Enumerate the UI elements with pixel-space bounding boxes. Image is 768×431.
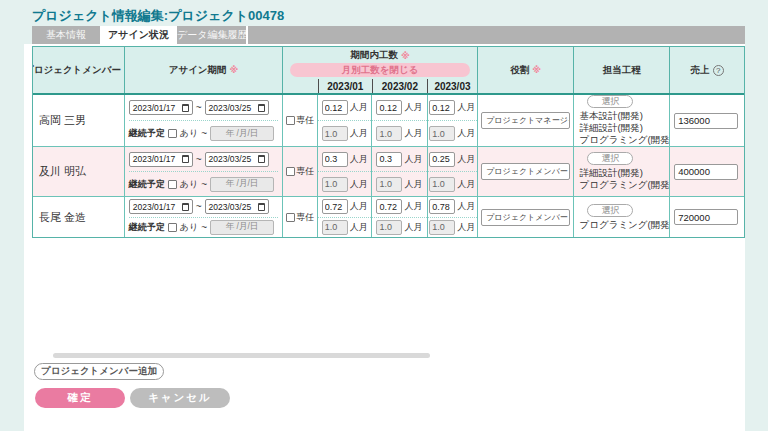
process-item: 詳細設計(開発) xyxy=(579,122,664,134)
role-cell: プロジェクトマネージャー▼ xyxy=(478,95,575,146)
tab-basic-info[interactable]: 基本情報 xyxy=(32,26,100,44)
continue-date-input: 年 /月/日 xyxy=(210,220,274,235)
header-period: アサイン期間※ xyxy=(125,47,284,93)
sales-input[interactable] xyxy=(674,113,738,129)
dedicated-label: 専任 xyxy=(296,114,314,127)
capacity-input xyxy=(322,220,348,235)
required-icon: ※ xyxy=(230,65,239,75)
member-name: 高岡 三男 xyxy=(33,95,125,146)
role-cell: プロジェクトメンバー▼ xyxy=(478,197,575,237)
role-cell: プロジェクトメンバー▼ xyxy=(478,147,575,196)
effort-input[interactable] xyxy=(322,100,348,115)
process-item: プログラミング(開発) xyxy=(579,134,664,146)
required-icon: ※ xyxy=(401,51,410,61)
sales-cell xyxy=(670,197,744,237)
calendar-icon[interactable] xyxy=(258,104,265,112)
calendar-icon[interactable] xyxy=(182,155,189,163)
add-member-button[interactable]: プロジェクトメンバー追加 xyxy=(34,363,164,380)
subheader-month-3: 2023/03 xyxy=(427,79,477,93)
cancel-button[interactable]: キャンセル xyxy=(130,388,230,408)
assign-period-cell: 2023/01/17 ~ 2023/03/25 継続予定 あり ~ 年 /月/日 xyxy=(125,95,284,146)
role-select[interactable]: プロジェクトメンバー▼ xyxy=(481,209,570,226)
effort-cell-month-3: 人月 人月 xyxy=(428,147,478,196)
effort-input[interactable] xyxy=(322,199,348,214)
dedicated-cell: 専任 xyxy=(283,147,318,196)
effort-input[interactable] xyxy=(376,199,402,214)
continue-checkbox-label: あり xyxy=(180,178,198,191)
effort-input[interactable] xyxy=(376,100,402,115)
process-item: プログラミング(開発) xyxy=(579,179,664,191)
process-select-button[interactable]: 選択 xyxy=(587,204,633,217)
dedicated-cell: 専任 xyxy=(283,95,318,146)
continue-label: 継続予定 xyxy=(129,221,165,234)
table-row: 長尾 金造 2023/01/17 ~ 2023/03/25 継続予定 あり ~ … xyxy=(33,197,744,237)
end-date-input[interactable]: 2023/03/25 xyxy=(205,199,269,214)
process-item: 詳細設計(開発) xyxy=(579,167,664,179)
dedicated-checkbox[interactable] xyxy=(286,116,295,125)
capacity-input xyxy=(322,126,348,141)
effort-cell-month-1: 人月 人月 xyxy=(318,95,372,146)
tab-bar: 基本情報 アサイン状況 データ編集履歴 xyxy=(32,26,745,44)
header-process: 担当工程 xyxy=(574,47,670,93)
effort-input[interactable] xyxy=(429,199,455,214)
effort-cell-month-2: 人月 人月 xyxy=(372,197,428,237)
start-date-input[interactable]: 2023/01/17 xyxy=(129,152,193,167)
dedicated-cell: 専任 xyxy=(283,197,318,237)
continue-date-input: 年 /月/日 xyxy=(210,126,274,141)
sales-input[interactable] xyxy=(674,209,738,225)
range-separator: ~ xyxy=(196,154,202,165)
range-separator: ~ xyxy=(201,222,207,233)
continue-checkbox[interactable] xyxy=(168,223,177,232)
calendar-icon[interactable] xyxy=(182,203,189,211)
calendar-icon[interactable] xyxy=(182,104,189,112)
dedicated-label: 専任 xyxy=(296,165,314,178)
dedicated-checkbox[interactable] xyxy=(286,167,295,176)
sales-cell xyxy=(670,95,744,146)
process-cell: 選択 プログラミング(開発) xyxy=(574,197,670,237)
assign-period-cell: 2023/01/17 ~ 2023/03/25 継続予定 あり ~ 年 /月/日 xyxy=(125,147,284,196)
start-date-input[interactable]: 2023/01/17 xyxy=(129,199,193,214)
effort-input[interactable] xyxy=(429,152,455,167)
capacity-input xyxy=(429,177,455,192)
process-select-button[interactable]: 選択 xyxy=(587,152,633,165)
effort-input[interactable] xyxy=(376,152,402,167)
horizontal-scrollbar[interactable] xyxy=(53,353,430,358)
process-item: プログラミング(開発) xyxy=(579,219,664,231)
effort-input[interactable] xyxy=(429,100,455,115)
table-row: 及川 明弘 2023/01/17 ~ 2023/03/25 継続予定 あり ~ … xyxy=(33,147,744,197)
continue-checkbox-label: あり xyxy=(180,221,198,234)
continue-checkbox[interactable] xyxy=(168,180,177,189)
tab-data-edit-history[interactable]: データ編集履歴 xyxy=(177,26,248,44)
range-separator: ~ xyxy=(196,102,202,113)
capacity-input xyxy=(322,177,348,192)
end-date-input[interactable]: 2023/03/25 xyxy=(205,100,269,115)
sales-cell xyxy=(670,147,744,196)
process-cell: 選択 基本設計(開発) 詳細設計(開発) プログラミング(開発) xyxy=(574,95,670,146)
assignment-table: プロジェクトメンバー※ アサイン期間※ 期間内工数※ 月別工数を閉じる 2023… xyxy=(32,46,745,238)
continue-checkbox[interactable] xyxy=(168,129,177,138)
effort-input[interactable] xyxy=(322,152,348,167)
help-icon[interactable]: ? xyxy=(713,65,724,76)
month-subheader: 2023/01 2023/02 2023/03 xyxy=(283,79,476,93)
header-role: 役割※ xyxy=(478,47,575,93)
process-select-button[interactable]: 選択 xyxy=(587,95,633,108)
toggle-monthly-effort-button[interactable]: 月別工数を閉じる xyxy=(290,63,469,77)
tab-assign-status[interactable]: アサイン状況 xyxy=(100,26,177,44)
effort-cell-month-3: 人月 人月 xyxy=(428,95,478,146)
required-icon: ※ xyxy=(532,65,541,75)
confirm-button[interactable]: 確定 xyxy=(35,388,125,408)
capacity-input xyxy=(376,220,402,235)
dedicated-checkbox[interactable] xyxy=(286,213,295,222)
sales-input[interactable] xyxy=(674,164,738,180)
effort-cell-month-2: 人月 人月 xyxy=(372,147,428,196)
member-name: 長尾 金造 xyxy=(33,197,125,237)
role-select[interactable]: プロジェクトメンバー▼ xyxy=(481,163,570,180)
calendar-icon[interactable] xyxy=(258,155,265,163)
capacity-input xyxy=(376,177,402,192)
continue-label: 継続予定 xyxy=(129,178,165,191)
end-date-input[interactable]: 2023/03/25 xyxy=(205,152,269,167)
role-select[interactable]: プロジェクトマネージャー▼ xyxy=(481,112,570,129)
calendar-icon[interactable] xyxy=(258,203,265,211)
start-date-input[interactable]: 2023/01/17 xyxy=(129,100,193,115)
page-title: プロジェクト情報編集:プロジェクト00478 xyxy=(32,7,284,25)
